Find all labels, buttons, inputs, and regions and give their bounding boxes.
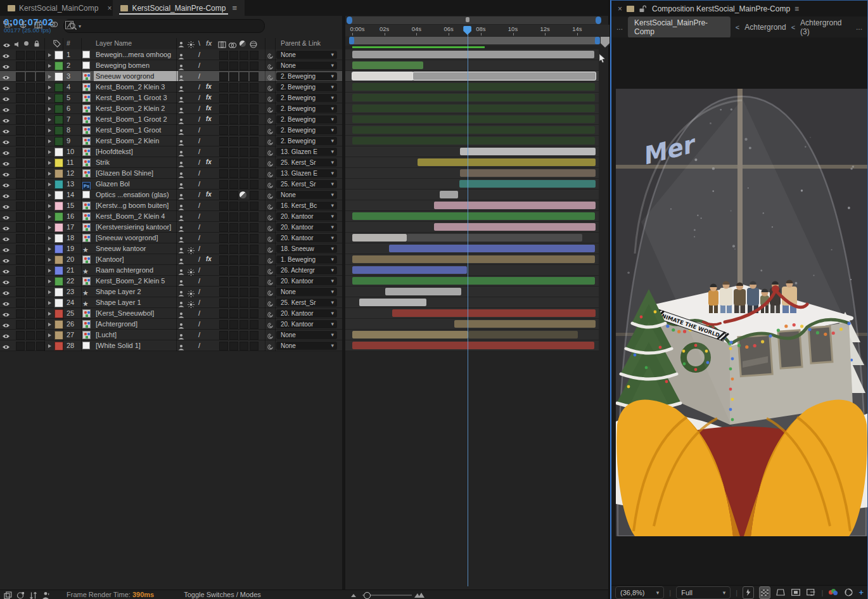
quality-switch-icon[interactable]: / xyxy=(198,287,200,297)
layer-duration-bar[interactable] xyxy=(440,191,458,198)
shy-switch-icon[interactable] xyxy=(178,137,184,147)
layer-visibility-eye-icon[interactable] xyxy=(2,72,12,82)
video-column-eye-icon[interactable] xyxy=(3,42,11,48)
layer-name[interactable]: Optics ...ensation (glas) xyxy=(96,190,176,200)
parent-link-dropdown[interactable]: 2. Beweging▾ xyxy=(276,126,337,134)
expand-arrow-icon[interactable] xyxy=(48,236,51,240)
threed-layer-box[interactable] xyxy=(250,115,258,124)
3d-column-icon[interactable] xyxy=(250,41,257,48)
threed-layer-box[interactable] xyxy=(250,331,258,340)
parent-link-dropdown[interactable]: 18. Sneeuw▾ xyxy=(276,245,337,253)
adjustment-layer-box[interactable] xyxy=(239,266,248,275)
layer-duration-bar[interactable] xyxy=(407,234,582,242)
quality-switch-icon[interactable]: / xyxy=(198,125,200,135)
quality-switch-icon[interactable]: / xyxy=(198,146,200,157)
motion-blur-icon[interactable] xyxy=(49,21,58,28)
parent-link-dropdown[interactable]: None▾ xyxy=(276,342,337,350)
parent-link-dropdown[interactable]: 2. Beweging▾ xyxy=(276,83,337,91)
layer-label-swatch[interactable] xyxy=(54,266,63,275)
parent-pickwhip-icon[interactable] xyxy=(267,60,274,70)
parent-pickwhip-icon[interactable] xyxy=(267,157,274,167)
fx-switch-icon[interactable]: fx xyxy=(206,93,212,103)
parent-pickwhip-icon[interactable] xyxy=(267,276,274,286)
frame-blend-box[interactable] xyxy=(219,212,228,221)
threed-layer-box[interactable] xyxy=(250,83,258,92)
frame-blend-box[interactable] xyxy=(219,148,228,157)
threed-layer-box[interactable] xyxy=(250,234,258,243)
lock-toggle-box[interactable] xyxy=(36,331,45,340)
frame-blend-box[interactable] xyxy=(219,72,228,81)
toggle-switches-modes-button[interactable]: Toggle Switches / Modes xyxy=(181,591,264,598)
shy-switch-icon[interactable] xyxy=(178,245,184,255)
adjustment-layer-box[interactable] xyxy=(239,180,248,189)
fx-switch-icon[interactable]: fx xyxy=(206,190,212,200)
safe-margins-icon[interactable] xyxy=(791,587,801,598)
solo-toggle-box[interactable] xyxy=(26,180,35,189)
layer-duration-bar[interactable] xyxy=(359,299,426,306)
audio-toggle-box[interactable] xyxy=(16,245,25,254)
parent-link-dropdown[interactable]: 20. Kantoor▾ xyxy=(276,223,337,231)
layer-duration-bar[interactable] xyxy=(468,331,578,338)
frame-blend-box[interactable] xyxy=(219,83,228,92)
layer-visibility-eye-icon[interactable] xyxy=(2,126,12,136)
layer-visibility-eye-icon[interactable] xyxy=(2,298,12,308)
breadcrumb-overflow-right[interactable]: ... xyxy=(856,23,862,32)
adjustment-layer-box[interactable] xyxy=(239,309,248,318)
time-navigator[interactable] xyxy=(347,16,601,24)
frame-blend-box[interactable] xyxy=(219,266,228,275)
motion-blur-box[interactable] xyxy=(229,83,238,92)
comp-marker-bin[interactable] xyxy=(601,37,610,48)
layer-label-swatch[interactable] xyxy=(54,180,63,189)
expand-arrow-icon[interactable] xyxy=(48,258,51,262)
frame-blend-box[interactable] xyxy=(219,288,228,297)
navigator-end-handle[interactable] xyxy=(596,16,601,24)
solo-toggle-box[interactable] xyxy=(26,212,35,221)
parent-pickwhip-icon[interactable] xyxy=(267,319,274,329)
parent-link-dropdown[interactable]: 13. Glazen E▾ xyxy=(276,169,337,177)
solo-toggle-box[interactable] xyxy=(26,277,35,286)
solo-toggle-box[interactable] xyxy=(26,299,35,307)
threed-layer-box[interactable] xyxy=(250,158,258,167)
solo-toggle-box[interactable] xyxy=(26,148,35,157)
audio-toggle-box[interactable] xyxy=(16,51,25,60)
shy-switch-icon[interactable] xyxy=(178,169,184,179)
parent-link-dropdown[interactable]: 25. Kerst_Sr▾ xyxy=(276,299,337,307)
adjustment-layer-box[interactable] xyxy=(239,169,248,178)
audio-toggle-box[interactable] xyxy=(16,223,25,232)
parent-pickwhip-icon[interactable] xyxy=(267,93,274,103)
search-dropdown-caret[interactable]: ▾ xyxy=(79,23,81,29)
parent-pickwhip-icon[interactable] xyxy=(267,168,274,178)
label-column-tag-icon[interactable] xyxy=(53,40,61,48)
quality-switch-icon[interactable]: / xyxy=(198,233,200,243)
lock-toggle-box[interactable] xyxy=(36,309,45,318)
parent-pickwhip-icon[interactable] xyxy=(267,114,274,124)
expand-arrow-icon[interactable] xyxy=(48,118,51,122)
lock-toggle-box[interactable] xyxy=(36,158,45,167)
frame-blending-icon[interactable] xyxy=(34,21,42,29)
layer-name[interactable]: Kerst_Boom_2 Klein 3 xyxy=(96,82,176,92)
adjustment-layer-box[interactable] xyxy=(239,255,248,264)
layer-name[interactable]: Beweging bomen xyxy=(96,60,176,70)
frame-blend-box[interactable] xyxy=(219,342,228,351)
threed-layer-box[interactable] xyxy=(250,202,258,210)
parent-link-dropdown[interactable]: 16. Kerst_Bc▾ xyxy=(276,202,337,210)
quality-column-icon[interactable]: \ xyxy=(198,39,200,47)
layer-row[interactable]: 11Strik/fx25. Kerst_Sr▾ xyxy=(0,157,342,168)
solo-toggle-box[interactable] xyxy=(26,223,35,232)
shy-switch-icon[interactable] xyxy=(178,277,184,287)
parent-link-dropdown[interactable]: 25. Kerst_Sr▾ xyxy=(276,180,337,188)
motion-blur-box[interactable] xyxy=(229,180,238,189)
shy-switch-icon[interactable] xyxy=(178,266,184,276)
adjustment-layer-box[interactable] xyxy=(239,105,248,113)
parent-link-dropdown[interactable]: 20. Kantoor▾ xyxy=(276,212,337,221)
quality-switch-icon[interactable]: / xyxy=(198,297,200,307)
solo-toggle-box[interactable] xyxy=(26,126,35,135)
motion-blur-box[interactable] xyxy=(229,223,238,232)
lock-toggle-box[interactable] xyxy=(36,266,45,275)
audio-toggle-box[interactable] xyxy=(16,288,25,297)
layer-label-swatch[interactable] xyxy=(54,202,63,210)
parent-pickwhip-icon[interactable] xyxy=(267,211,274,221)
layer-duration-bar[interactable] xyxy=(352,51,594,58)
expand-arrow-icon[interactable] xyxy=(48,75,51,79)
layer-row[interactable]: 19★Sneeuw kantoor/18. Sneeuw▾ xyxy=(0,243,342,254)
